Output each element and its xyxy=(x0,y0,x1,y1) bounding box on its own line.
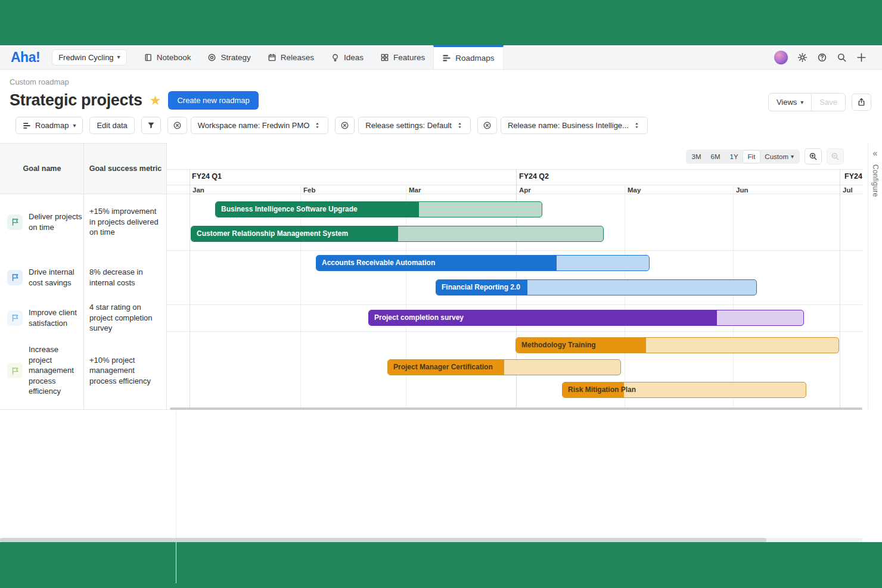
quarter-label: FY24 Q2 xyxy=(519,172,549,181)
notebook-icon xyxy=(144,53,153,62)
roadmap-type-label: Roadmap xyxy=(35,121,69,130)
aha-logo[interactable]: Aha! xyxy=(11,49,40,66)
roadmap-type-button[interactable]: Roadmap ▾ xyxy=(15,117,83,134)
table-border xyxy=(83,143,84,410)
funnel-icon xyxy=(147,121,156,130)
search-icon[interactable] xyxy=(836,52,847,63)
zoom-option-3m[interactable]: 3M xyxy=(687,151,706,163)
column-header: Goal name xyxy=(0,143,84,194)
gantt-goal-table: Goal nameGoal success metricDeliver proj… xyxy=(0,143,167,410)
remove-filter-icon[interactable] xyxy=(335,117,355,134)
goal-name-cell[interactable]: Deliver projects on time xyxy=(0,194,84,250)
gantt-bar-label: Business Intelligence Software Upgrade xyxy=(221,202,358,217)
nav-item-notebook[interactable]: Notebook xyxy=(135,45,200,69)
nav-item-ideas[interactable]: Ideas xyxy=(322,45,372,69)
goal-name-cell[interactable]: Increase project management process effi… xyxy=(0,331,84,410)
nav-item-releases[interactable]: Releases xyxy=(259,45,322,69)
favorite-star-icon[interactable]: ★ xyxy=(150,94,162,107)
timeline-header-line xyxy=(167,169,862,170)
goal-metric-cell[interactable]: +15% improvement in projects delivered o… xyxy=(84,194,167,250)
nav-item-roadmaps[interactable]: Roadmaps xyxy=(433,45,503,69)
filter-pill[interactable]: Release settings: Default xyxy=(358,117,471,134)
gantt-horizontal-scrollbar[interactable] xyxy=(170,407,862,410)
filter-label: Release name: Business Intellige... xyxy=(508,121,629,130)
gantt-bar[interactable]: Project Manager Certification xyxy=(387,359,621,375)
zoom-option-fit[interactable]: Fit xyxy=(743,151,760,163)
edit-data-button[interactable]: Edit data xyxy=(89,117,134,134)
zoom-option-6m[interactable]: 6M xyxy=(706,151,725,163)
gantt-bar-label: Project completion survey xyxy=(374,310,464,325)
nav-item-label: Features xyxy=(393,53,425,62)
gantt-bar[interactable]: Customer Relationship Management System xyxy=(191,226,604,242)
nav-item-strategy[interactable]: Strategy xyxy=(199,45,259,69)
views-button[interactable]: Views ▾ xyxy=(768,93,812,111)
goal-name-cell[interactable]: Improve client satisfaction xyxy=(0,304,84,331)
gantt-bar[interactable]: Project completion survey xyxy=(368,310,804,326)
plus-icon[interactable] xyxy=(856,52,867,63)
top-nav: Aha! Fredwin Cycling ▾ NotebookStrategyR… xyxy=(0,45,882,70)
zoom-option-custom[interactable]: Custom▾ xyxy=(760,151,799,163)
gantt-bar[interactable]: Methodology Training xyxy=(515,337,839,353)
gear-icon[interactable] xyxy=(797,52,808,63)
gantt-bar-label: Customer Relationship Management System xyxy=(197,226,348,241)
goal-name-cell[interactable]: Drive internal cost savings xyxy=(0,250,84,304)
create-new-roadmap-button[interactable]: Create new roadmap xyxy=(168,91,258,110)
save-button[interactable]: Save xyxy=(812,93,846,111)
page-scrollbar-thumb[interactable] xyxy=(0,538,766,542)
nav-item-features[interactable]: Features xyxy=(372,45,433,69)
filter-pill[interactable]: Release name: Business Intellige... xyxy=(501,117,648,134)
filter-button[interactable] xyxy=(141,117,161,134)
gantt-bar[interactable]: Business Intelligence Software Upgrade xyxy=(215,201,542,217)
configure-label[interactable]: Configure xyxy=(871,164,880,197)
timeline-header-line xyxy=(167,185,862,185)
zoom-out-button[interactable] xyxy=(827,148,844,164)
chevron-down-icon: ▾ xyxy=(800,99,803,105)
goal-flag-icon xyxy=(7,214,23,230)
column-header: Goal success metric xyxy=(84,143,167,194)
month-label: Jun xyxy=(736,186,748,194)
goal-metric-cell[interactable]: +10% project management process efficien… xyxy=(84,331,167,410)
collapse-panel-icon[interactable]: « xyxy=(873,149,878,157)
gantt-bar[interactable]: Risk Mitigation Plan xyxy=(562,382,806,398)
avatar[interactable] xyxy=(774,51,788,64)
chevron-down-icon: ▾ xyxy=(117,54,120,60)
gantt-bar[interactable]: Financial Reporting 2.0 xyxy=(436,279,757,295)
row-separator xyxy=(167,250,862,251)
share-button[interactable] xyxy=(852,94,871,111)
month-label: Jan xyxy=(192,186,204,194)
quarter-label: FY24 Q3 xyxy=(844,172,862,181)
zoom-option-1y[interactable]: 1Y xyxy=(725,151,743,163)
remove-filter-icon[interactable] xyxy=(167,117,187,134)
goal-flag-icon xyxy=(7,270,23,285)
gantt-bar-label: Accounts Receivable Automation xyxy=(322,256,435,270)
month-label: Jul xyxy=(843,186,853,194)
goal-name-text: Increase project management process effi… xyxy=(29,344,83,397)
head-right-actions: Views ▾ Save xyxy=(768,93,871,111)
roadmap-toolbar: Roadmap ▾ Edit data Workspace name: Fred… xyxy=(15,117,648,134)
row-separator xyxy=(167,331,862,332)
quarter-gridline xyxy=(840,169,840,410)
timeline-zoom-controls: 3M6M1YFitCustom▾ xyxy=(686,148,844,164)
zoom-range-segmented-control: 3M6M1YFitCustom▾ xyxy=(686,150,800,164)
ideas-icon xyxy=(331,53,340,62)
chevron-down-icon: ▾ xyxy=(791,154,794,160)
gantt-bar[interactable]: Accounts Receivable Automation xyxy=(316,255,650,271)
app-window: Aha! Fredwin Cycling ▾ NotebookStrategyR… xyxy=(0,45,882,542)
month-gridline xyxy=(300,185,301,410)
nav-item-label: Ideas xyxy=(344,53,364,62)
workspace-name: Fredwin Cycling xyxy=(58,53,113,62)
help-icon[interactable] xyxy=(816,52,827,63)
roadmap-icon xyxy=(23,122,31,130)
table-border xyxy=(0,409,167,410)
zoom-in-button[interactable] xyxy=(805,148,822,164)
chevron-down-icon: ▾ xyxy=(73,123,76,129)
remove-filter-icon[interactable] xyxy=(477,117,497,134)
goal-metric-cell[interactable]: 4 star rating on project completion surv… xyxy=(84,304,167,331)
workspace-switcher[interactable]: Fredwin Cycling ▾ xyxy=(52,49,127,66)
filter-pill[interactable]: Workspace name: Fredwin PMO xyxy=(191,117,329,134)
month-label: Mar xyxy=(409,186,421,194)
goal-metric-cell[interactable]: 8% decrease in internal costs xyxy=(84,250,167,304)
features-icon xyxy=(380,53,389,62)
row-separator xyxy=(167,304,862,305)
table-border xyxy=(0,143,1,144)
